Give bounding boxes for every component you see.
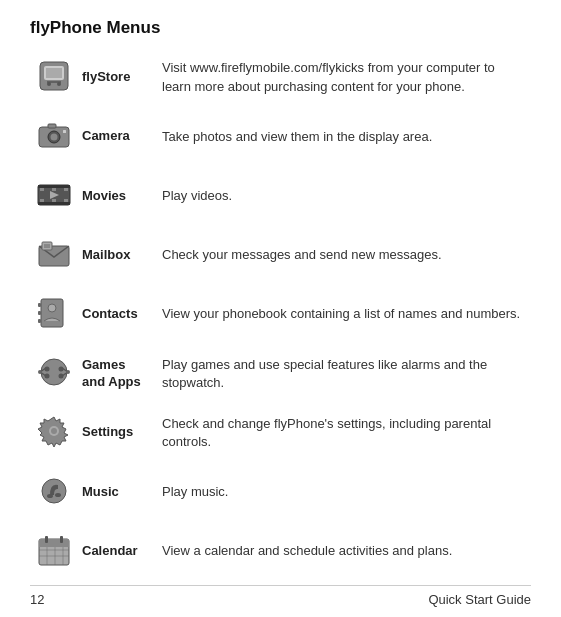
icon-cell-camera xyxy=(30,107,78,166)
svg-point-46 xyxy=(55,493,61,497)
svg-rect-16 xyxy=(64,188,68,191)
desc-movies: Play videos. xyxy=(158,166,531,225)
flystore-icon xyxy=(36,58,72,94)
page-title: flyPhone Menus xyxy=(30,18,531,38)
icon-cell-contacts xyxy=(30,285,78,344)
footer-page-number: 12 xyxy=(30,592,44,607)
label-mailbox: Mailbox xyxy=(78,226,158,285)
label-gamesandapps: Gamesand Apps xyxy=(78,344,158,403)
svg-rect-22 xyxy=(42,242,52,250)
calendar-icon xyxy=(36,532,72,568)
icon-cell-mailbox xyxy=(30,226,78,285)
label-settings: Settings xyxy=(78,403,158,462)
menu-row-calendar: Calendar View a calendar and schedule ac… xyxy=(30,522,531,581)
menu-row-movies: Movies Play videos. xyxy=(30,166,531,225)
svg-point-8 xyxy=(51,134,58,141)
svg-rect-13 xyxy=(38,202,70,205)
svg-rect-25 xyxy=(41,299,63,327)
menu-row-music: Music Play music. xyxy=(30,463,531,522)
footer-label: Quick Start Guide xyxy=(428,592,531,607)
icon-cell-flystore xyxy=(30,48,78,107)
page: flyPhone Menus flyStore Visit www.firefl… xyxy=(0,0,561,617)
svg-rect-10 xyxy=(63,130,66,133)
svg-rect-18 xyxy=(52,199,56,202)
menu-row-mailbox: Mailbox Check your messages and send new… xyxy=(30,226,531,285)
desc-contacts: View your phonebook containing a list of… xyxy=(158,285,531,344)
label-music: Music xyxy=(78,463,158,522)
desc-mailbox: Check your messages and send new message… xyxy=(158,226,531,285)
settings-icon xyxy=(36,413,72,449)
desc-music: Play music. xyxy=(158,463,531,522)
svg-rect-15 xyxy=(52,188,56,191)
svg-rect-9 xyxy=(48,124,56,128)
menu-table: flyStore Visit www.fireflymobile.com/fly… xyxy=(30,48,531,581)
gamesandapps-icon xyxy=(36,354,72,390)
svg-rect-2 xyxy=(46,68,62,78)
svg-rect-50 xyxy=(60,536,63,543)
svg-point-29 xyxy=(48,304,56,312)
svg-point-45 xyxy=(47,494,53,498)
icon-cell-calendar xyxy=(30,522,78,581)
footer: 12 Quick Start Guide xyxy=(30,585,531,607)
mailbox-icon xyxy=(36,236,72,272)
svg-rect-19 xyxy=(64,199,68,202)
label-movies: Movies xyxy=(78,166,158,225)
contacts-icon xyxy=(36,295,72,331)
desc-calendar: View a calendar and schedule activities … xyxy=(158,522,531,581)
svg-rect-48 xyxy=(39,539,69,547)
label-calendar: Calendar xyxy=(78,522,158,581)
label-contacts: Contacts xyxy=(78,285,158,344)
icon-cell-music xyxy=(30,463,78,522)
music-icon xyxy=(36,473,72,509)
svg-point-43 xyxy=(51,428,57,434)
svg-point-39 xyxy=(38,370,42,374)
svg-point-40 xyxy=(66,370,70,374)
svg-rect-49 xyxy=(45,536,48,543)
label-flystore: flyStore xyxy=(78,48,158,107)
movies-icon xyxy=(36,177,72,213)
svg-rect-28 xyxy=(38,319,41,323)
icon-cell-settings xyxy=(30,403,78,462)
svg-rect-27 xyxy=(38,311,41,315)
menu-row-flystore: flyStore Visit www.fireflymobile.com/fly… xyxy=(30,48,531,107)
svg-rect-26 xyxy=(38,303,41,307)
camera-icon xyxy=(36,117,72,153)
menu-row-gamesandapps: Gamesand Apps Play games and use special… xyxy=(30,344,531,403)
desc-flystore: Visit www.fireflymobile.com/flykicks fro… xyxy=(158,48,531,107)
menu-row-camera: Camera Take photos and view them in the … xyxy=(30,107,531,166)
label-camera: Camera xyxy=(78,107,158,166)
menu-row-contacts: Contacts View your phonebook containing … xyxy=(30,285,531,344)
menu-row-settings: Settings Check and change flyPhone's set… xyxy=(30,403,531,462)
svg-point-30 xyxy=(41,359,67,385)
svg-rect-12 xyxy=(38,185,70,188)
svg-rect-17 xyxy=(40,199,44,202)
icon-cell-gamesandapps xyxy=(30,344,78,403)
svg-rect-14 xyxy=(40,188,44,191)
desc-gamesandapps: Play games and use special features like… xyxy=(158,344,531,403)
desc-settings: Check and change flyPhone's settings, in… xyxy=(158,403,531,462)
icon-cell-movies xyxy=(30,166,78,225)
desc-camera: Take photos and view them in the display… xyxy=(158,107,531,166)
